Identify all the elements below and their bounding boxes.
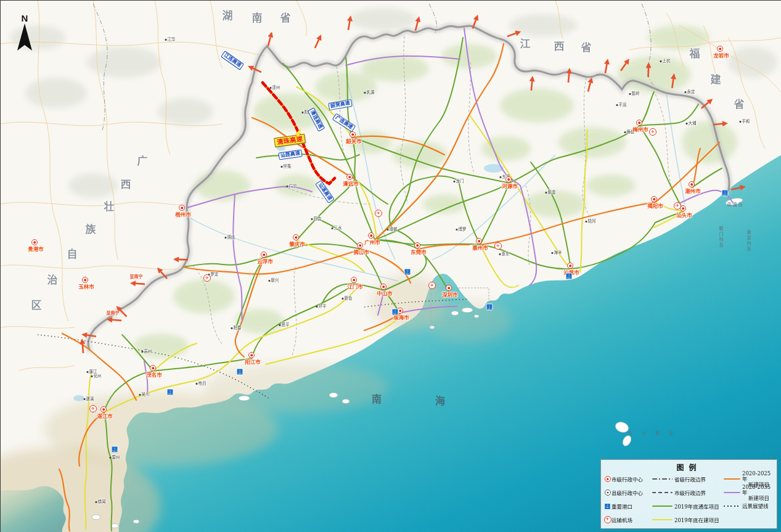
legend-label: 远景展望线 (742, 504, 774, 509)
legend-label: 县级行政中心 (611, 489, 652, 496)
city-marker-icon (414, 242, 420, 248)
city-marker-icon (248, 352, 255, 358)
airport-icon: ✈ (674, 202, 681, 210)
city-marker-icon (476, 238, 482, 244)
city-marker-icon (31, 239, 38, 245)
airport-icon: ✈ (428, 282, 436, 289)
legend-label: 运输机场 (611, 516, 652, 523)
legend-label: 重要港口 (611, 502, 652, 510)
airport-icon: ✈ (89, 405, 97, 412)
city-marker-icon (346, 174, 353, 180)
city-marker-icon (179, 205, 185, 211)
legend-line-sample (652, 478, 673, 480)
airport-icon: ✈ (649, 128, 656, 136)
legend-label: 市级行政边界 (674, 489, 724, 496)
legend-row: ✈运输机场2019年底在建项目 (601, 513, 777, 526)
airport-icon: ✈ (375, 210, 382, 217)
legend: 图例 市级行政中心省级行政边界2020-2025年新建项目县级行政中心市级行政边… (600, 459, 777, 529)
port-icon: ⚓ (486, 304, 493, 311)
legend-line-sample (724, 492, 740, 494)
port-icon: ⚓ (112, 446, 118, 453)
port-icon: ⚓ (566, 273, 573, 280)
port-icon: ⚓ (392, 309, 399, 316)
direction-arrow-icon (712, 118, 729, 130)
city-marker-icon (351, 277, 357, 283)
city-marker-icon (350, 131, 356, 137)
legend-port-icon: ⚓ (604, 503, 611, 510)
direction-arrow-icon (643, 62, 655, 78)
city-marker-icon (261, 252, 267, 258)
city-marker-icon (368, 232, 374, 239)
port-icon: ⚓ (722, 190, 729, 197)
city-marker-icon (100, 406, 107, 412)
compass-arrow-icon (17, 23, 33, 52)
city-marker-icon (446, 285, 452, 291)
direction-arrow-icon (76, 337, 89, 354)
city-marker-icon (689, 181, 695, 187)
legend-line-sample (652, 505, 673, 507)
legend-line-sample (652, 519, 673, 521)
direction-arrow-icon (666, 72, 679, 89)
city-marker-icon (651, 196, 657, 202)
legend-city-marker-icon (605, 476, 611, 482)
city-marker-icon (717, 46, 723, 52)
port-icon: ⚓ (237, 369, 243, 375)
legend-row: ⚓重要港口2019年底通车项目远景展望线 (601, 499, 777, 513)
legend-label: 省级行政边界 (674, 475, 724, 483)
city-marker-icon (150, 365, 156, 371)
airport-icon: ✈ (203, 274, 211, 282)
legend-airport-icon: ✈ (604, 516, 611, 523)
legend-label: 2019年底在建项目 (674, 516, 724, 523)
legend-line-sample (724, 478, 740, 480)
direction-arrow-icon (563, 67, 575, 83)
port-icon: ⚓ (404, 269, 411, 276)
legend-row: 县级行政中心市级行政边界2026-2035年新建项目 (601, 486, 777, 499)
compass-north-label: N (15, 13, 34, 23)
legend-label: 市级行政中心 (611, 475, 652, 483)
legend-label: 2026-2035年新建项目 (742, 485, 774, 501)
city-marker-icon (567, 263, 573, 269)
city-marker-icon (380, 284, 386, 290)
direction-arrow-icon (129, 277, 145, 290)
city-marker-icon (505, 176, 512, 182)
city-marker-icon (357, 242, 363, 248)
port-icon: ⚓ (167, 389, 174, 396)
city-marker-icon (636, 120, 642, 126)
legend-line-sample (652, 492, 673, 493)
city-marker-icon (293, 234, 299, 240)
direction-arrow-icon (105, 314, 122, 326)
legend-line-sample (724, 519, 740, 521)
city-marker-icon (82, 277, 88, 283)
direction-arrow-icon (526, 75, 538, 91)
direction-arrow-icon (173, 254, 189, 266)
legend-rows: 市级行政中心省级行政边界2020-2025年新建项目县级行政中心市级行政边界20… (601, 472, 777, 526)
compass: N (15, 13, 34, 54)
legend-county-marker-icon (605, 489, 611, 496)
legend-label: 2019年底通车项目 (674, 502, 724, 510)
airport-icon: ✈ (494, 242, 502, 250)
planning-map: 湖南省江西省福建省广西壮族自治区南海南澳岛勒门列岛南澎列岛东沙群岛连州阳山乳源怀… (0, 0, 781, 532)
legend-line-sample (724, 505, 740, 507)
